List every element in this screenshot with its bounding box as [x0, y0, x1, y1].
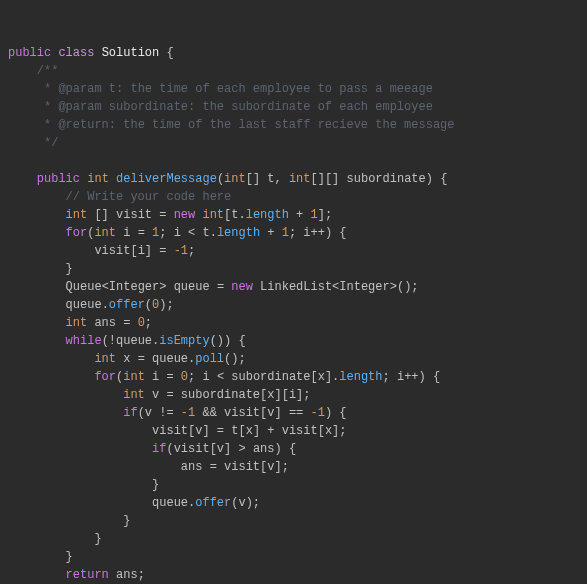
comment-line: // Write your code here: [66, 190, 232, 204]
comment-block-close: */: [37, 136, 59, 150]
method-deliverMessage: deliverMessage: [116, 172, 217, 186]
comment-l3: * @return: the time of the last staff re…: [37, 118, 455, 132]
code-block: public class Solution { /** * @param t: …: [8, 44, 579, 584]
comment-l2: * @param subordinate: the subordinate of…: [37, 100, 433, 114]
comment-l1: * @param t: the time of each employee to…: [37, 82, 433, 96]
kw-public: public: [8, 46, 51, 60]
comment-block-open: /**: [37, 64, 59, 78]
kw-class: class: [58, 46, 94, 60]
class-solution: Solution: [102, 46, 160, 60]
